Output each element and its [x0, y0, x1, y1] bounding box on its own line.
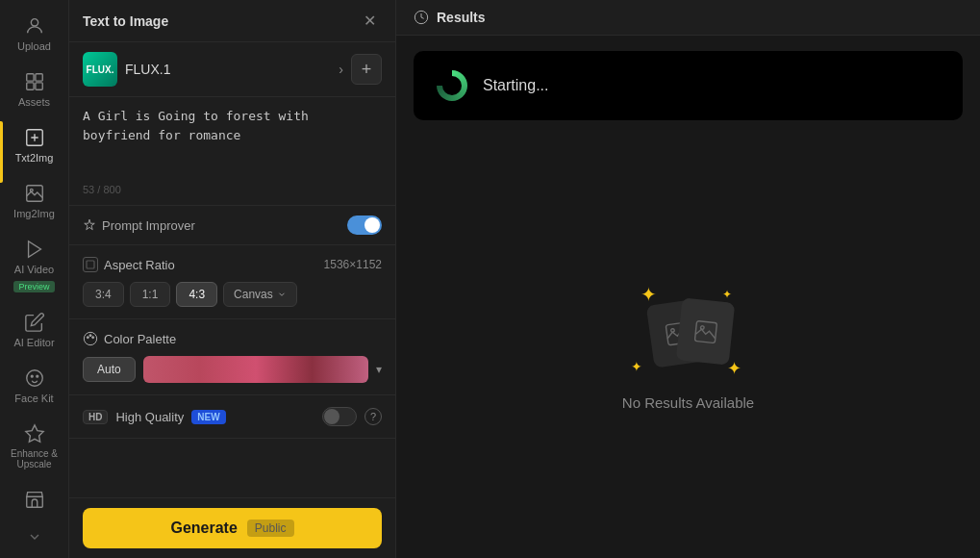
aspect-ratio-text: Aspect Ratio [104, 258, 175, 272]
ratio-buttons-group: 3:4 1:1 4:3 Canvas [83, 282, 382, 307]
sidebar-item-store[interactable] [4, 481, 65, 518]
svg-point-14 [87, 337, 88, 339]
svg-rect-12 [87, 261, 94, 268]
sidebar-item-assets[interactable]: Assets [4, 63, 65, 115]
starting-banner: Starting... [414, 51, 963, 120]
sidebar-label-img2img: Img2Img [13, 208, 55, 219]
aspect-ratio-checkbox[interactable] [83, 257, 98, 272]
model-name: FLUX.1 [125, 62, 331, 77]
star-icon-2: ✦ [722, 288, 732, 301]
svg-point-16 [92, 337, 94, 339]
aspect-ratio-value: 1536×1152 [324, 258, 382, 271]
svg-rect-3 [26, 83, 33, 89]
help-icon[interactable]: ? [364, 408, 382, 425]
sidebar-label-enhance: Enhance & Upscale [10, 448, 60, 469]
toggle-knob [364, 217, 380, 233]
no-results-icon: ✦ ✦ ✦ ✦ [631, 283, 746, 379]
prompt-area: A Girl is Going to forest with boyfriend… [69, 97, 395, 206]
canvas-select[interactable]: Canvas [223, 282, 297, 307]
svg-point-21 [699, 325, 703, 329]
aspect-ratio-section: Aspect Ratio 1536×1152 3:4 1:1 4:3 Canva… [69, 245, 395, 319]
preview-badge: Preview [13, 281, 54, 292]
prompt-improver-label: Prompt Improver [83, 218, 195, 233]
clock-icon [414, 10, 429, 25]
text-to-image-panel: Text to Image ✕ FLUX. FLUX.1 › + A Girl … [69, 0, 396, 558]
generate-button[interactable]: Generate Public [83, 508, 382, 548]
sidebar-item-upload[interactable]: Upload [4, 8, 65, 60]
sidebar-label-upload: Upload [17, 40, 51, 52]
high-quality-toggle[interactable] [322, 407, 357, 426]
ratio-btn-3-4[interactable]: 3:4 [83, 282, 124, 307]
sidebar-item-ai-video[interactable]: AI Video Preview [4, 231, 65, 300]
color-strip[interactable] [143, 356, 368, 383]
image-placeholder-icon-2 [691, 317, 720, 346]
sidebar-label-txt2img: Txt2Img [15, 152, 54, 164]
collapse-sidebar-button[interactable] [4, 521, 65, 552]
close-button[interactable]: ✕ [358, 10, 382, 32]
prompt-improver-row: Prompt Improver [69, 206, 395, 245]
sidebar-item-img2img[interactable]: Img2Img [4, 175, 65, 227]
starting-text: Starting... [483, 77, 548, 94]
main-content: Results Starting... ✦ ✦ ✦ ✦ [396, 0, 980, 558]
generate-bar: Generate Public [69, 497, 395, 558]
svg-point-0 [31, 19, 38, 26]
color-palette-label: Color Palette [83, 331, 176, 346]
color-palette-section: Color Palette Auto ▾ [69, 319, 395, 395]
checkbox-icon [86, 260, 95, 269]
svg-rect-2 [35, 74, 41, 81]
sidebar-label-ai-video: AI Video [14, 264, 54, 275]
canvas-chevron-icon [277, 290, 287, 299]
sidebar-item-ai-editor[interactable]: AI Editor [4, 304, 65, 356]
panel-title: Text to Image [83, 13, 168, 29]
svg-point-11 [36, 375, 38, 377]
active-indicator [0, 121, 3, 183]
svg-rect-4 [35, 83, 41, 89]
color-palette-header: Color Palette [83, 331, 382, 346]
aspect-ratio-label: Aspect Ratio [83, 257, 175, 272]
star-icon-1: ✦ [641, 283, 657, 306]
results-header: Results [396, 0, 980, 36]
model-icon: FLUX. [83, 52, 117, 87]
model-chevron-icon: › [339, 62, 343, 77]
high-quality-section: HD High Quality NEW ? [69, 395, 395, 439]
svg-marker-8 [28, 241, 40, 258]
svg-rect-1 [26, 74, 33, 81]
sidebar-item-face-kit[interactable]: Face Kit [4, 360, 65, 412]
add-model-button[interactable]: + [351, 54, 382, 85]
auto-button[interactable]: Auto [83, 357, 136, 382]
sidebar-label-ai-editor: AI Editor [13, 337, 54, 348]
model-selector-row[interactable]: FLUX. FLUX.1 › + [69, 42, 395, 97]
prompt-improver-toggle[interactable] [347, 216, 382, 235]
settings-scroll-area: Aspect Ratio 1536×1152 3:4 1:1 4:3 Canva… [69, 245, 395, 497]
panel-header: Text to Image ✕ [69, 0, 395, 42]
sidebar-label-face-kit: Face Kit [14, 393, 53, 404]
prompt-input[interactable]: A Girl is Going to forest with boyfriend… [83, 107, 382, 174]
visibility-badge: Public [247, 520, 294, 537]
ratio-btn-1-1[interactable]: 1:1 [130, 282, 171, 307]
palette-icon [83, 331, 98, 346]
svg-point-9 [26, 370, 42, 387]
sidebar: Upload Assets Txt2Img Img2Img AI Video P… [0, 0, 69, 558]
char-count: 53 / 800 [83, 184, 382, 195]
canvas-label: Canvas [234, 288, 273, 301]
svg-point-7 [30, 189, 33, 191]
sidebar-item-enhance[interactable]: Enhance & Upscale [4, 416, 65, 477]
no-results-area: ✦ ✦ ✦ ✦ [396, 136, 980, 558]
svg-point-19 [669, 328, 673, 332]
ratio-btn-4-3[interactable]: 4:3 [176, 282, 217, 307]
hq-toggle-knob [324, 409, 339, 424]
color-palette-text: Color Palette [104, 332, 176, 346]
aspect-ratio-header: Aspect Ratio 1536×1152 [83, 257, 382, 272]
magic-icon [83, 218, 96, 232]
high-quality-row: HD High Quality NEW ? [83, 407, 382, 426]
loading-spinner [437, 70, 467, 101]
sidebar-item-txt2img[interactable]: Txt2Img [4, 119, 65, 171]
color-dropdown-arrow-icon[interactable]: ▾ [376, 363, 382, 376]
svg-point-15 [89, 335, 91, 337]
star-icon-3: ✦ [631, 359, 642, 374]
generate-label: Generate [170, 520, 237, 537]
model-icon-text: FLUX. [87, 64, 114, 75]
sidebar-label-assets: Assets [18, 96, 50, 108]
svg-point-10 [31, 375, 33, 377]
new-badge: NEW [191, 410, 225, 424]
